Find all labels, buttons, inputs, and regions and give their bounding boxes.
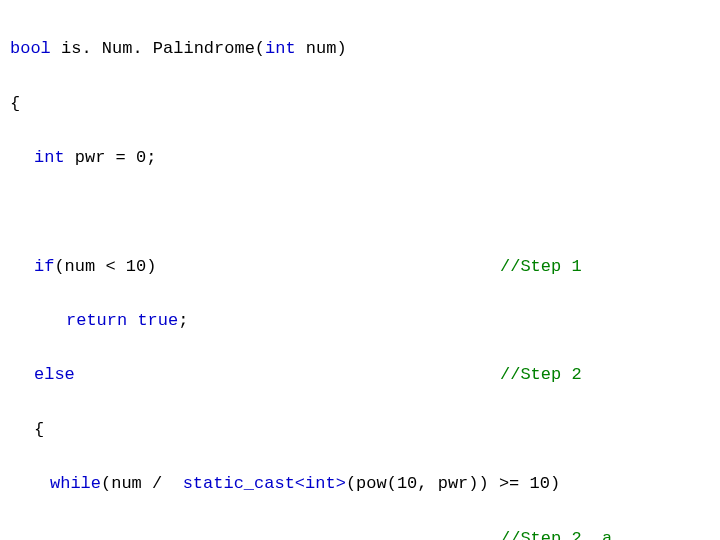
brace-open: { <box>34 420 44 439</box>
code-line: int pwr = 0; <box>10 144 710 171</box>
comment-step1: //Step 1 <box>500 253 582 280</box>
keyword-if: if <box>34 257 54 276</box>
keyword-return: return <box>66 311 127 330</box>
code-line: { <box>10 90 710 117</box>
code-text: pwr = 0; <box>65 148 157 167</box>
keyword-int: int <box>265 39 296 58</box>
code-text: is. Num. Palindrome( <box>51 39 265 58</box>
template-int: <int> <box>295 474 346 493</box>
code-line: { <box>10 416 710 443</box>
blank-line <box>10 198 710 225</box>
keyword-true: true <box>137 311 178 330</box>
keyword-staticcast: static_cast <box>183 474 295 493</box>
code-block: bool is. Num. Palindrome(int num) { int … <box>10 8 710 540</box>
keyword-int: int <box>34 148 65 167</box>
code-text: ; <box>178 311 188 330</box>
comment-step2a: //Step 2. a <box>500 525 612 540</box>
keyword-while: while <box>50 474 101 493</box>
code-line: bool is. Num. Palindrome(int num) <box>10 35 710 62</box>
code-text <box>127 311 137 330</box>
code-text: num) <box>296 39 347 58</box>
code-text: (num < 10) <box>54 257 156 276</box>
brace-open: { <box>10 94 20 113</box>
code-line: //Step 2. a <box>10 525 710 540</box>
comment-step2: //Step 2 <box>500 361 582 388</box>
code-line: else//Step 2 <box>10 361 710 388</box>
code-line: while(num / static_cast<int>(pow(10, pwr… <box>10 470 710 497</box>
code-text: (pow(10, pwr)) >= 10) <box>346 474 560 493</box>
code-line: return true; <box>10 307 710 334</box>
code-line: if(num < 10)//Step 1 <box>10 253 710 280</box>
code-text: (num / <box>101 474 183 493</box>
keyword-bool: bool <box>10 39 51 58</box>
keyword-else: else <box>34 365 75 384</box>
